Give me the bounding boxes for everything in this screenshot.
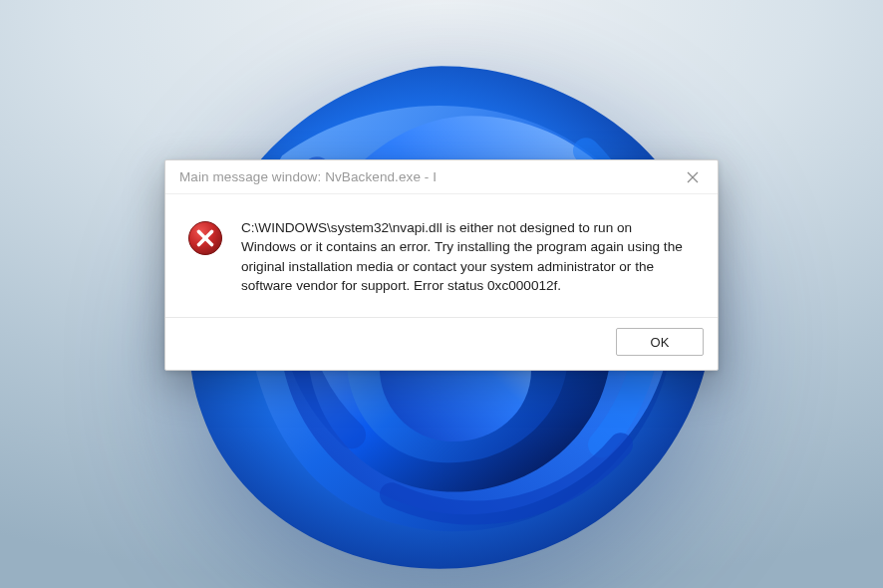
close-icon — [687, 171, 699, 183]
dialog-titlebar: Main message window: NvBackend.exe - I — [165, 160, 718, 194]
error-icon — [187, 220, 223, 256]
close-button[interactable] — [670, 160, 716, 193]
error-dialog: Main message window: NvBackend.exe - I — [164, 159, 719, 371]
dialog-title: Main message window: NvBackend.exe - I — [179, 169, 437, 184]
error-message: C:\WINDOWS\system32\nvapi.dll is either … — [241, 218, 696, 295]
dialog-content: C:\WINDOWS\system32\nvapi.dll is either … — [165, 194, 718, 317]
dialog-footer: OK — [165, 317, 718, 370]
ok-button[interactable]: OK — [616, 328, 704, 356]
